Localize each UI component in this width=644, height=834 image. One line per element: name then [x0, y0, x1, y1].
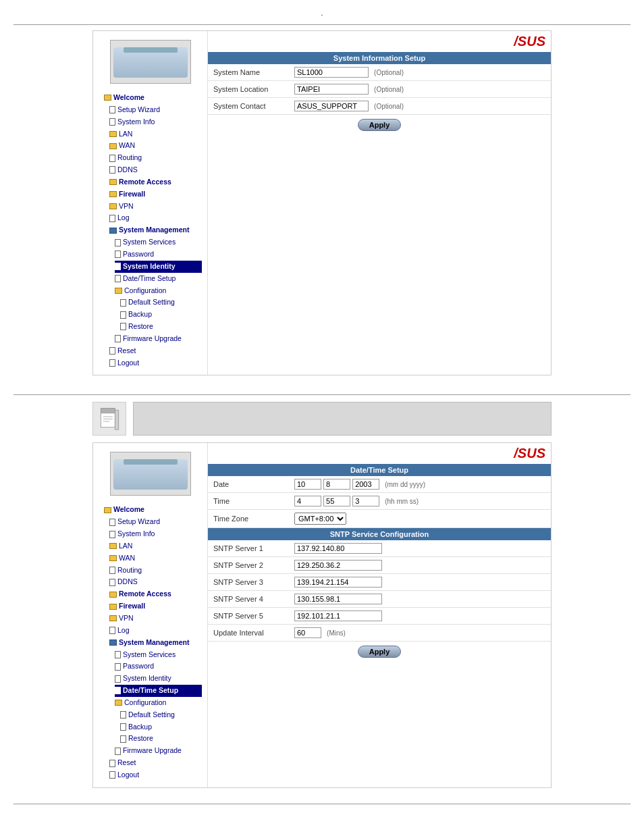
- nav-routing-b[interactable]: Routing: [109, 565, 202, 577]
- nav-vpn-b[interactable]: VPN: [109, 613, 202, 625]
- nav-ddns-b[interactable]: DDNS: [109, 576, 202, 588]
- date-year-input[interactable]: [352, 479, 379, 490]
- nav-welcome-b-label: Welcome: [113, 504, 144, 516]
- nav-log[interactable]: Log: [109, 212, 202, 224]
- time-hour-input[interactable]: [294, 496, 321, 506]
- top-router-panel: Welcome Setup Wizard System Info LAN WAN: [92, 30, 552, 375]
- router-shape: [113, 47, 188, 78]
- nav-configuration-top[interactable]: Configuration: [115, 285, 202, 297]
- nav-lan[interactable]: LAN: [109, 128, 202, 140]
- date-day-input[interactable]: [323, 479, 350, 490]
- nav-log-label: Log: [117, 212, 130, 224]
- nav-password[interactable]: Password: [115, 249, 202, 261]
- nav-firmware-upgrade-top[interactable]: Firmware Upgrade: [115, 333, 202, 345]
- nav-system-info-b[interactable]: System Info: [109, 528, 202, 540]
- nav-logout-b[interactable]: Logout: [109, 769, 202, 781]
- bottom-apply-button[interactable]: Apply: [358, 646, 402, 658]
- system-name-cell: (Optional): [289, 64, 551, 81]
- doc-icon-active-b: [115, 687, 121, 694]
- sntp-server-5-label: SNTP Server 5: [208, 608, 289, 625]
- timezone-row: Time Zone GMT+8:00 GMT+0:00 GMT-5:00: [208, 510, 551, 528]
- system-location-input[interactable]: [294, 84, 369, 95]
- nav-configuration-b[interactable]: Configuration: [115, 697, 202, 709]
- nav-routing[interactable]: Routing: [109, 152, 202, 164]
- sntp-server-1-label: SNTP Server 1: [208, 540, 289, 557]
- nav-remote-access[interactable]: Remote Access: [109, 176, 202, 188]
- nav-routing-label: Routing: [117, 152, 142, 164]
- nav-setup-wizard-b[interactable]: Setup Wizard: [109, 516, 202, 528]
- note-document-icon: [98, 407, 122, 431]
- nav-welcome[interactable]: Welcome: [104, 92, 202, 104]
- nav-ddns[interactable]: DDNS: [109, 164, 202, 176]
- sntp-server-4-cell: [289, 591, 551, 608]
- nav-welcome-b[interactable]: Welcome: [104, 504, 202, 516]
- nav-welcome-label: Welcome: [113, 92, 144, 104]
- folder-icon: [109, 143, 117, 149]
- nav-reset-b-label: Reset: [117, 757, 136, 769]
- sntp-server-3-label: SNTP Server 3: [208, 574, 289, 591]
- nav-datetime-setup-b[interactable]: Date/Time Setup: [115, 685, 202, 697]
- doc-icon: [120, 299, 126, 307]
- svg-rect-1: [101, 409, 115, 413]
- nav-wan[interactable]: WAN: [109, 140, 202, 152]
- system-info-form: System Name (Optional) System Location (…: [208, 64, 551, 115]
- nav-restore-b[interactable]: Restore: [120, 733, 202, 745]
- nav-wan-b[interactable]: WAN: [109, 552, 202, 565]
- folder-icon: [115, 700, 122, 706]
- nav-default-setting-b[interactable]: Default Setting: [120, 709, 202, 721]
- sntp-server-3-cell: [289, 574, 551, 591]
- sntp-server-3-input[interactable]: [294, 577, 382, 588]
- nav-system-info[interactable]: System Info: [109, 116, 202, 128]
- nav-system-services-b[interactable]: System Services: [115, 649, 202, 661]
- sntp-server-4-input[interactable]: [294, 594, 382, 604]
- nav-vpn[interactable]: VPN: [109, 201, 202, 213]
- mid-divider: [14, 394, 630, 395]
- doc-icon: [115, 663, 121, 671]
- update-interval-input[interactable]: [294, 627, 321, 638]
- date-label: Date: [208, 476, 289, 493]
- timezone-select[interactable]: GMT+8:00 GMT+0:00 GMT-5:00: [294, 513, 346, 525]
- folder-icon: [104, 507, 111, 513]
- nav-system-mgmt-b[interactable]: System Management: [109, 637, 202, 649]
- nav-restore-top[interactable]: Restore: [120, 321, 202, 333]
- nav-default-setting-top[interactable]: Default Setting: [120, 296, 202, 309]
- nav-lan-b[interactable]: LAN: [109, 540, 202, 552]
- bottom-asus-header: /SUS: [208, 443, 551, 464]
- timezone-cell: GMT+8:00 GMT+0:00 GMT-5:00: [289, 510, 551, 528]
- bottom-sidebar: Welcome Setup Wizard System Info LAN WAN: [93, 443, 208, 787]
- folder-icon: [109, 615, 117, 621]
- system-contact-input[interactable]: [294, 101, 369, 111]
- nav-system-services[interactable]: System Services: [115, 236, 202, 249]
- nav-firewall-b[interactable]: Firewall: [109, 600, 202, 613]
- nav-logout-top[interactable]: Logout: [109, 357, 202, 369]
- nav-system-identity-b[interactable]: System Identity: [115, 673, 202, 685]
- sntp-server-5-input[interactable]: [294, 610, 382, 621]
- nav-backup-b[interactable]: Backup: [120, 721, 202, 733]
- nav-firewall[interactable]: Firewall: [109, 188, 202, 201]
- section-header-text: System Information Setup: [333, 54, 425, 62]
- nav-password-b[interactable]: Password: [115, 660, 202, 673]
- top-note-text: .: [321, 9, 323, 17]
- nav-reset-b[interactable]: Reset: [109, 757, 202, 769]
- date-month-input[interactable]: [294, 479, 321, 490]
- sntp-server-1-input[interactable]: [294, 543, 382, 554]
- nav-setup-wizard[interactable]: Setup Wizard: [109, 104, 202, 116]
- nav-system-services-label: System Services: [123, 236, 176, 249]
- nav-reset-top[interactable]: Reset: [109, 345, 202, 357]
- nav-log-b[interactable]: Log: [109, 625, 202, 637]
- time-sec-input[interactable]: [352, 496, 379, 506]
- nav-remote-access-b[interactable]: Remote Access: [109, 588, 202, 600]
- nav-password-label: Password: [123, 249, 154, 261]
- nav-wan-label: WAN: [119, 140, 135, 152]
- sntp-server-2-input[interactable]: [294, 560, 382, 571]
- nav-backup-top[interactable]: Backup: [120, 309, 202, 321]
- nav-system-identity[interactable]: System Identity: [115, 261, 202, 273]
- date-format-hint: (mm dd yyyy): [385, 481, 425, 488]
- system-name-input[interactable]: [294, 67, 369, 78]
- nav-system-mgmt[interactable]: System Management: [109, 224, 202, 236]
- time-min-input[interactable]: [323, 496, 350, 506]
- top-apply-button[interactable]: Apply: [358, 119, 402, 131]
- nav-datetime-setup-top[interactable]: Date/Time Setup: [115, 273, 202, 285]
- nav-firmware-upgrade-b[interactable]: Firmware Upgrade: [115, 745, 202, 757]
- top-main-content: /SUS System Information Setup System Nam…: [208, 31, 551, 375]
